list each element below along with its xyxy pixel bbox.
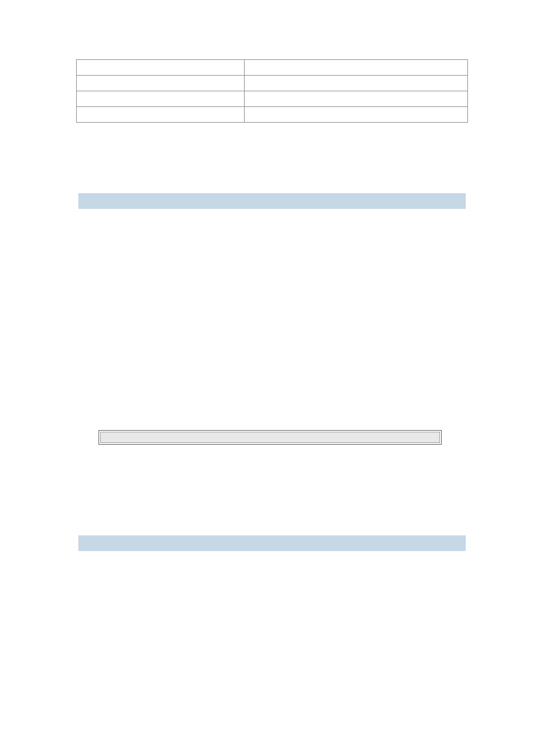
inset-box (99, 430, 442, 445)
table-row (77, 76, 468, 91)
table-cell (245, 60, 468, 76)
table-cell (245, 107, 468, 123)
table-cell (77, 107, 245, 123)
table-cell (245, 76, 468, 91)
highlight-band (78, 193, 466, 209)
table-cell (245, 91, 468, 107)
table-row (77, 60, 468, 76)
table-cell (77, 91, 245, 107)
table-row (77, 91, 468, 107)
table-cell (77, 60, 245, 76)
table-cell (77, 76, 245, 91)
highlight-band (78, 535, 466, 551)
data-table (76, 59, 468, 123)
table-row (77, 107, 468, 123)
inset-box-inner (100, 432, 440, 443)
